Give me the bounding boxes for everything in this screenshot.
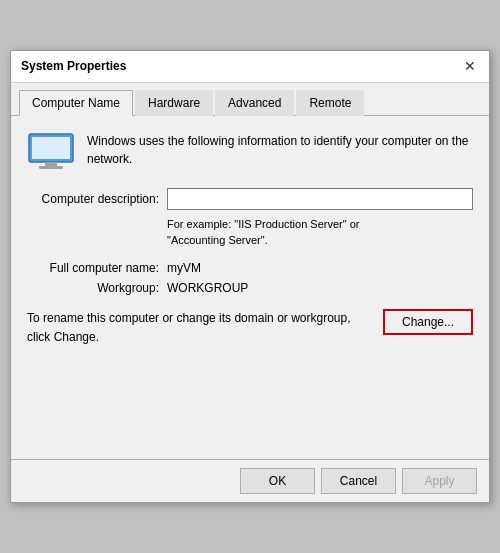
apply-button[interactable]: Apply [402, 468, 477, 494]
tab-hardware[interactable]: Hardware [135, 90, 213, 116]
info-description: Windows uses the following information t… [87, 132, 473, 168]
change-button[interactable]: Change... [383, 309, 473, 335]
system-properties-window: System Properties ✕ Computer Name Hardwa… [10, 50, 490, 503]
full-name-label: Full computer name: [27, 261, 167, 275]
close-button[interactable]: ✕ [461, 57, 479, 75]
title-bar: System Properties ✕ [11, 51, 489, 83]
bottom-bar: OK Cancel Apply [11, 459, 489, 502]
change-description: To rename this computer or change its do… [27, 309, 371, 347]
info-section: Windows uses the following information t… [27, 132, 473, 172]
tab-bar: Computer Name Hardware Advanced Remote [11, 83, 489, 116]
svg-rect-1 [32, 137, 70, 159]
example-text: For example: "IIS Production Server" or"… [167, 216, 473, 249]
description-section: Computer description: For example: "IIS … [27, 188, 473, 249]
computer-icon [27, 132, 75, 172]
workgroup-label: Workgroup: [27, 281, 167, 295]
tab-advanced[interactable]: Advanced [215, 90, 294, 116]
workgroup-value: WORKGROUP [167, 281, 248, 295]
workgroup-row: Workgroup: WORKGROUP [27, 281, 473, 295]
spacer [27, 367, 473, 447]
full-name-value: myVM [167, 261, 201, 275]
description-row: Computer description: [27, 188, 473, 210]
tab-remote[interactable]: Remote [296, 90, 364, 116]
description-input[interactable] [167, 188, 473, 210]
tab-computer-name[interactable]: Computer Name [19, 90, 133, 116]
window-title: System Properties [21, 59, 126, 73]
change-section: To rename this computer or change its do… [27, 309, 473, 347]
description-label: Computer description: [27, 192, 167, 206]
tab-content: Windows uses the following information t… [11, 116, 489, 459]
full-name-row: Full computer name: myVM [27, 261, 473, 275]
svg-rect-3 [39, 166, 63, 169]
svg-rect-2 [45, 162, 57, 166]
ok-button[interactable]: OK [240, 468, 315, 494]
cancel-button[interactable]: Cancel [321, 468, 396, 494]
